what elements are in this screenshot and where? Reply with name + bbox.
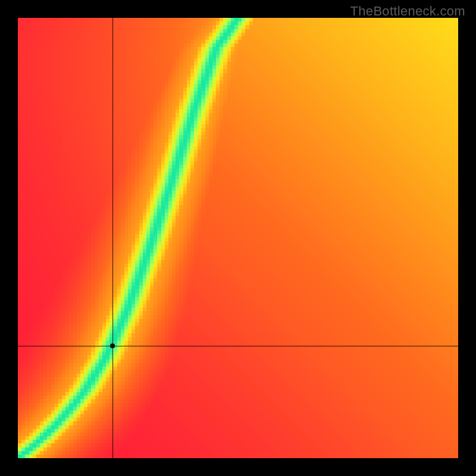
watermark-text: TheBottleneck.com xyxy=(350,4,465,19)
chart-frame: TheBottleneck.com xyxy=(0,0,476,476)
crosshair-overlay xyxy=(18,18,458,458)
